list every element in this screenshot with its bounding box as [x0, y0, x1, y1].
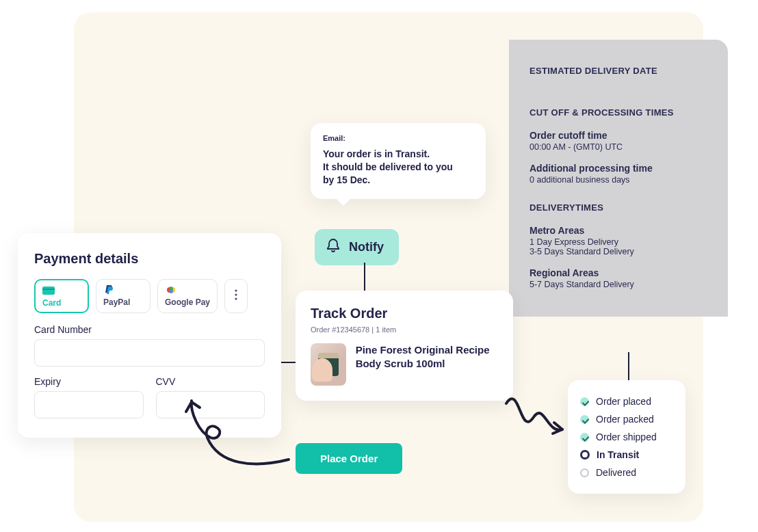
googlepay-icon	[165, 285, 177, 295]
cutoff-value: 00:00 AM - (GMT0) UTC	[530, 142, 707, 152]
paypal-icon	[103, 285, 116, 295]
status-item-transit: In Transit	[580, 446, 673, 464]
svg-rect-1	[42, 289, 55, 290]
pay-method-more[interactable]	[224, 279, 248, 313]
notify-label: Notify	[349, 240, 384, 254]
delivery-info-panel: ESTIMATED DELIVERY DATE CUT OFF & PROCES…	[509, 40, 728, 317]
status-label: Order shipped	[596, 431, 657, 442]
cutoff-label: Order cutoff time	[530, 130, 707, 141]
connector-line	[628, 352, 629, 381]
status-item-delivered: Delivered	[580, 464, 673, 481]
pay-method-google-label: Google Pay	[165, 297, 210, 307]
cvv-label: CVV	[156, 376, 265, 387]
status-item-packed: Order packed	[580, 410, 673, 428]
status-dot-icon	[580, 433, 589, 442]
card-number-label: Card Number	[34, 324, 265, 335]
pay-method-paypal[interactable]: PayPal	[96, 279, 151, 313]
cutoff-heading: CUT OFF & PROCESSING TIMES	[530, 107, 707, 118]
svg-point-5	[169, 289, 173, 293]
email-line1: Your order is in Transit.	[323, 148, 430, 159]
place-order-button[interactable]: Place Order	[296, 443, 402, 474]
status-label: Delivered	[596, 467, 636, 478]
pay-method-card[interactable]: Card	[34, 279, 89, 313]
email-line2: It should be delivered to you	[323, 161, 453, 172]
expiry-label: Expiry	[34, 376, 144, 387]
order-status-card: Order placed Order packed Order shipped …	[568, 380, 685, 494]
connector-line	[364, 263, 365, 291]
svg-point-8	[235, 297, 237, 300]
card-number-input[interactable]	[34, 339, 265, 367]
track-order-card: Track Order Order #12345678 | 1 item Pin…	[296, 291, 513, 401]
pay-method-card-label: Card	[42, 298, 61, 308]
expiry-input[interactable]	[34, 391, 144, 418]
pay-method-paypal-label: PayPal	[103, 297, 130, 307]
metro-line1: 1 Day Express Delivery	[530, 237, 707, 247]
more-icon	[235, 289, 237, 303]
status-list: Order placed Order packed Order shipped …	[580, 393, 673, 481]
delivery-heading: ESTIMATED DELIVERY DATE	[530, 66, 707, 76]
product-thumbnail	[311, 343, 346, 386]
status-dot-icon	[580, 415, 589, 424]
regional-label: Regional Areas	[530, 267, 707, 278]
payment-title: Payment details	[34, 251, 265, 267]
status-label: Order packed	[596, 414, 654, 425]
status-dot-icon	[580, 468, 589, 477]
svg-point-6	[235, 289, 237, 291]
status-item-shipped: Order shipped	[580, 428, 673, 446]
pay-method-googlepay[interactable]: Google Pay	[157, 279, 218, 313]
payment-details-card: Payment details Card PayPal Google Pay C…	[18, 233, 281, 438]
status-dot-icon	[580, 450, 590, 460]
product-name: Pine Forest Original Recipe Body Scrub 1…	[356, 343, 498, 370]
email-line3: by 15 Dec.	[323, 174, 370, 185]
bell-icon	[326, 237, 341, 257]
regional-line1: 5-7 Days Standard Delivery	[530, 280, 707, 289]
svg-point-7	[235, 293, 237, 295]
status-item-placed: Order placed	[580, 393, 673, 410]
svg-rect-0	[42, 287, 55, 295]
email-notification-tooltip: Email: Your order is in Transit. It shou…	[311, 123, 486, 199]
status-label: Order placed	[596, 396, 651, 407]
email-body: Your order is in Transit. It should be d…	[323, 148, 473, 187]
metro-label: Metro Areas	[530, 225, 707, 236]
track-title: Track Order	[311, 306, 498, 321]
payment-methods-row: Card PayPal Google Pay	[34, 279, 265, 313]
track-order-meta: Order #12345678 | 1 item	[311, 325, 498, 334]
metro-line2: 3-5 Days Standard Delivery	[530, 247, 707, 256]
deliverytimes-heading: DELIVERYTIMES	[530, 202, 707, 213]
notify-pill[interactable]: Notify	[315, 229, 399, 265]
track-product-row: Pine Forest Original Recipe Body Scrub 1…	[311, 343, 498, 386]
status-dot-icon	[580, 397, 589, 406]
status-label: In Transit	[597, 449, 639, 460]
card-icon	[42, 286, 55, 295]
email-label: Email:	[323, 134, 473, 142]
place-order-label: Place Order	[320, 453, 378, 464]
cvv-input[interactable]	[156, 391, 265, 418]
processing-value: 0 additional business days	[530, 175, 707, 185]
processing-label: Additional processing time	[530, 163, 707, 174]
